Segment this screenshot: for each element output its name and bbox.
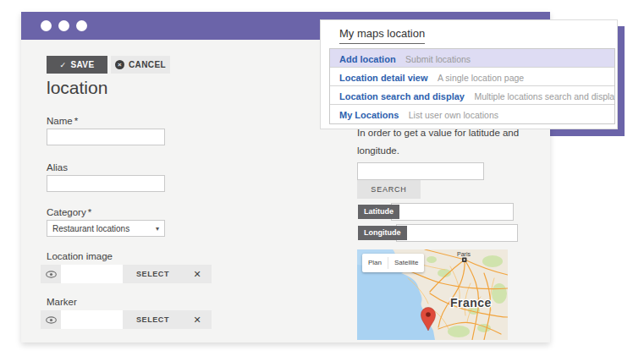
popup-menu: Add location Submit locations Location d… — [329, 48, 615, 124]
map-plan-button[interactable]: Plan — [362, 254, 388, 272]
map-canvas[interactable]: Plan Satellite — [357, 249, 508, 340]
map-type-control: Plan Satellite — [362, 254, 424, 272]
marker-input[interactable] — [61, 310, 123, 329]
geo-helper-text: In order to get a value for latitude and… — [357, 124, 556, 160]
location-image-clear-icon[interactable]: ✕ — [183, 269, 212, 280]
save-button-label: SAVE — [70, 60, 94, 69]
page-title: location — [47, 78, 107, 98]
category-selected-value: Restaurant locations — [52, 224, 129, 233]
longitude-input[interactable] — [396, 224, 518, 242]
menu-item-my-locations[interactable]: My Locations List user own locations — [330, 105, 614, 123]
preview-eye-icon[interactable] — [41, 316, 61, 324]
window-dot-3[interactable] — [76, 20, 87, 31]
check-icon: ✓ — [59, 61, 66, 69]
latitude-tag: Latitude — [358, 205, 399, 219]
geo-helper-line2: longitude. — [357, 142, 556, 160]
alias-input[interactable] — [47, 175, 165, 192]
geo-search-input[interactable] — [357, 162, 484, 180]
map-city-marker-icon — [462, 258, 467, 263]
marker-select-button[interactable]: SELECT — [123, 315, 183, 324]
location-image-input[interactable] — [61, 265, 123, 283]
name-label: Name* — [47, 116, 78, 126]
window-dot-1[interactable] — [41, 20, 52, 31]
module-picker-popup: My maps location Add location Submit loc… — [320, 19, 618, 129]
location-image-label: Location image — [47, 251, 113, 261]
map-satellite-button[interactable]: Satellite — [388, 254, 424, 272]
menu-item-location-detail-view[interactable]: Location detail view A single location p… — [330, 68, 614, 86]
menu-item-location-search-and-display[interactable]: Location search and display Multiple loc… — [330, 86, 614, 105]
latitude-input[interactable] — [391, 203, 514, 221]
menu-item-add-location[interactable]: Add location Submit locations — [330, 49, 614, 68]
preview-eye-icon[interactable] — [41, 271, 61, 278]
map-city-label: Paris — [457, 251, 471, 257]
marker-picker: SELECT ✕ — [41, 310, 212, 329]
cancel-button[interactable]: × CANCEL — [111, 56, 170, 74]
marker-label: Marker — [47, 297, 77, 307]
location-image-select-button[interactable]: SELECT — [123, 270, 183, 278]
alias-label: Alias — [47, 162, 68, 173]
map-country-label: France — [450, 296, 492, 309]
category-label: Category* — [47, 207, 91, 217]
marker-clear-icon[interactable]: ✕ — [183, 315, 212, 326]
category-select[interactable]: Restaurant locations ▾ — [47, 220, 165, 237]
name-input[interactable] — [47, 129, 165, 145]
cancel-circle-x-icon: × — [115, 60, 124, 69]
geo-search-button[interactable]: SEARCH — [357, 180, 421, 199]
save-button[interactable]: ✓ SAVE — [47, 56, 107, 74]
required-mark: * — [74, 116, 78, 126]
chevron-down-icon: ▾ — [156, 225, 159, 233]
location-image-picker: SELECT ✕ — [41, 265, 212, 283]
cancel-button-label: CANCEL — [129, 60, 166, 69]
window-dot-2[interactable] — [58, 20, 69, 31]
page: ✓ SAVE × CANCEL location Name* Alias Cat… — [0, 0, 644, 356]
popup-title: My maps location — [339, 27, 425, 44]
longitude-tag: Longitude — [358, 226, 407, 240]
required-mark: * — [88, 207, 91, 217]
